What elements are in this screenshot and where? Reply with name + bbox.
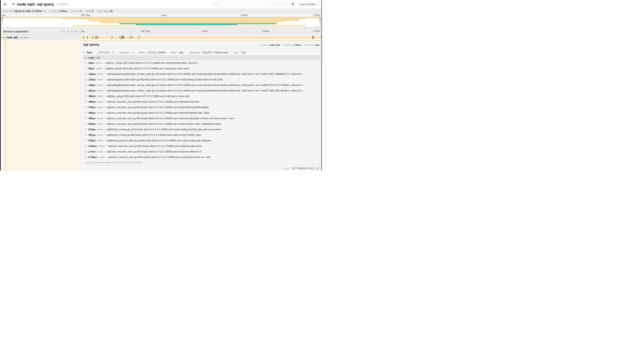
span-bar-cell[interactable] xyxy=(80,35,321,40)
span-row[interactable]: node sql1 sql query xyxy=(1,35,321,40)
stats-divider xyxy=(69,10,69,12)
clear-find-close-icon[interactable] xyxy=(282,3,286,5)
log-entry-row[interactable]: 34μs:event=‹sql/exec_util.go:2297 [nsql1… xyxy=(83,60,320,66)
keyboard-shortcuts-button[interactable]: ⌘ xyxy=(290,2,296,7)
log-field-key: event xyxy=(97,128,103,131)
stat-label: Depth xyxy=(85,10,91,13)
column-resizer-grip[interactable] xyxy=(78,31,80,33)
detail-accent-stripe[interactable] xyxy=(4,40,6,171)
trace-view-selector[interactable]: Trace Timeline xyxy=(297,2,321,7)
log-entry-row[interactable]: 678μs:event=‹sql/distsql_physical_planne… xyxy=(83,138,320,143)
log-entry-row[interactable]: 201μs:event=‹sql/catalog/lease/descripto… xyxy=(83,88,320,93)
header-toolbar: ⌘ Trace Timeline xyxy=(212,2,321,7)
tag-item[interactable]: _unfinished=1 xyxy=(97,51,114,54)
log-chevron-right-icon xyxy=(86,84,87,86)
log-entry-row[interactable]: 189μs:event=‹sql/catalog/lease/descripto… xyxy=(83,82,320,88)
log-chevron-right-icon xyxy=(86,62,87,64)
tag-value: root xyxy=(242,51,246,54)
stats-divider xyxy=(48,10,48,12)
span-name-column[interactable]: node sql1 sql query xyxy=(1,35,80,40)
log-entry-row[interactable]: 142μs:event=‹sql/catalog/lease/descripto… xyxy=(83,71,320,77)
log-equals: = xyxy=(104,106,106,109)
find-input[interactable] xyxy=(212,2,266,7)
collapse-one-level-chevron-right-icon[interactable] xyxy=(66,30,70,33)
next-result-chevron-down-icon[interactable] xyxy=(277,4,282,5)
expand-all-double-chevron-down-icon[interactable] xyxy=(70,31,74,33)
log-entry-row[interactable]: 80μs:event=‹sql/plan_opt.go:358 [nsql1,c… xyxy=(83,66,320,71)
logs-chevron-down-icon xyxy=(85,57,87,58)
log-field-key: event xyxy=(97,123,103,125)
log-chevron-right-icon xyxy=(86,95,87,97)
stat-value-suffix: .326 xyxy=(42,10,46,13)
log-timestamp: 574μs: xyxy=(88,128,96,131)
tag-item[interactable]: _verbose=1 xyxy=(119,51,134,54)
log-timestamp: 476μs: xyxy=(88,106,96,109)
scrubber-handle-left[interactable] xyxy=(2,17,2,21)
stat-item: Services2 xyxy=(71,10,82,13)
logs-header[interactable]: Logs (18) xyxy=(83,56,320,60)
stat-item: Trace StartMarch 31 2022, 17:25:09.326 xyxy=(2,10,46,13)
desktop-edge-right xyxy=(321,0,322,171)
span-collapse-chevron-down-icon[interactable] xyxy=(2,35,4,40)
page-title: node sql1: sql query xyxy=(17,2,54,7)
log-entry-row[interactable]: 459μs:event=‹sql/conn_executor_exec.go:6… xyxy=(83,99,320,105)
log-timestamp: 495μs: xyxy=(88,117,96,120)
span-operation-name: sql query xyxy=(20,36,29,39)
trace-stats-bar: Trace StartMarch 31 2022, 17:25:09.326Du… xyxy=(1,9,321,14)
log-field-key: event xyxy=(97,139,103,142)
log-marker-tick xyxy=(139,36,139,39)
log-marker-tick xyxy=(96,36,97,39)
collapse-title-chevron-icon[interactable] xyxy=(12,3,15,5)
tags-row[interactable]: Tags: _unfinished=1_verbose=1client=127.… xyxy=(83,51,320,54)
log-field-key: event xyxy=(97,95,103,98)
log-timestamp: 597μs: xyxy=(88,134,96,136)
expand-one-level-chevron-down-icon[interactable] xyxy=(62,31,66,32)
log-entry-row[interactable]: 476μs:event=‹sql/conn_executor_exec.go:6… xyxy=(83,105,320,110)
log-marker-tick xyxy=(321,36,322,39)
log-entry-row[interactable]: 502μs:event=‹sql/conn_executor_exec.go:6… xyxy=(83,121,320,127)
log-field-key: event xyxy=(98,145,104,147)
tag-item[interactable]: node=sql1 xyxy=(171,51,184,54)
log-timestamp: 80μs: xyxy=(88,67,95,70)
prev-result-chevron-up-icon[interactable] xyxy=(272,4,277,5)
log-entry-row[interactable]: 2.79ms:event=‹sql/conn_executor_exec.go:… xyxy=(83,154,320,160)
tag-item[interactable]: user=root xyxy=(234,51,246,54)
log-chevron-right-icon xyxy=(86,73,87,75)
focus-match-icon[interactable] xyxy=(267,3,272,6)
tag-value: 127.0.0.1:59936 xyxy=(148,51,165,54)
log-chevron-right-icon xyxy=(86,90,87,92)
log-entry-row[interactable]: 2.7ms:event=‹sql/conn_executor_exec.go:6… xyxy=(83,149,320,154)
row-gridline xyxy=(201,35,201,40)
log-marker-tick xyxy=(121,36,122,39)
span-id-label: SpanID: xyxy=(283,167,291,170)
minimap-canvas[interactable] xyxy=(2,17,320,27)
log-timestamp: 189μs: xyxy=(88,84,96,87)
log-timestamp: 678μs: xyxy=(88,139,96,142)
log-entry-row[interactable]: 366μs:event=‹sql/plan_opt.go:358 [nsql1,… xyxy=(83,93,320,99)
log-entry-row[interactable]: 486μs:event=‹sql/conn_executor_exec.go:6… xyxy=(83,110,320,116)
stat-value: 2.79ms xyxy=(59,10,67,13)
tag-equals: = xyxy=(130,51,132,54)
collapse-all-double-chevron-right-icon[interactable] xyxy=(74,30,78,33)
tag-value: sql1 xyxy=(179,51,184,54)
tag-key: node xyxy=(171,51,176,54)
span-detail-header: sql query Service:node sql1Duration:2.79… xyxy=(83,43,320,47)
back-button[interactable] xyxy=(1,0,10,9)
deep-link-icon[interactable] xyxy=(316,167,319,170)
log-chevron-right-icon xyxy=(86,106,87,108)
scrubber-handle-right[interactable] xyxy=(320,17,320,21)
log-entry-row[interactable]: 495μs:event=‹sql/conn_executor_exec.go:6… xyxy=(83,116,320,121)
meta-label: Start Time: xyxy=(304,44,315,46)
log-marker-tick xyxy=(87,36,88,39)
log-entry-row[interactable]: 574μs:event=‹sql/distsql_running.go:1420… xyxy=(83,127,320,132)
log-entry-row[interactable]: 597μs:event=‹sql/distsql_running.go:498 … xyxy=(83,132,320,138)
log-field-key: event xyxy=(97,78,103,81)
tag-item[interactable]: client=127.0.0.1:59936 xyxy=(139,51,165,54)
log-entry-row[interactable]: 176μs:event=‹sql/catalog/descs/descripto… xyxy=(83,77,320,82)
log-field-key: event xyxy=(96,62,102,64)
log-entry-row[interactable]: 2.69ms:event=‹sql/conn_executor_exec.go:… xyxy=(83,143,320,149)
log-field-value: ‹sql/conn_executor_exec.go:2046 [nsql1,c… xyxy=(108,156,211,159)
logs-accordion: Logs (18) 34μs:event=‹sql/exec_util.go:2… xyxy=(83,55,320,166)
tag-item[interactable]: statement=SELECT * FROM users xyxy=(189,51,228,54)
tag-equals: = xyxy=(200,51,202,54)
